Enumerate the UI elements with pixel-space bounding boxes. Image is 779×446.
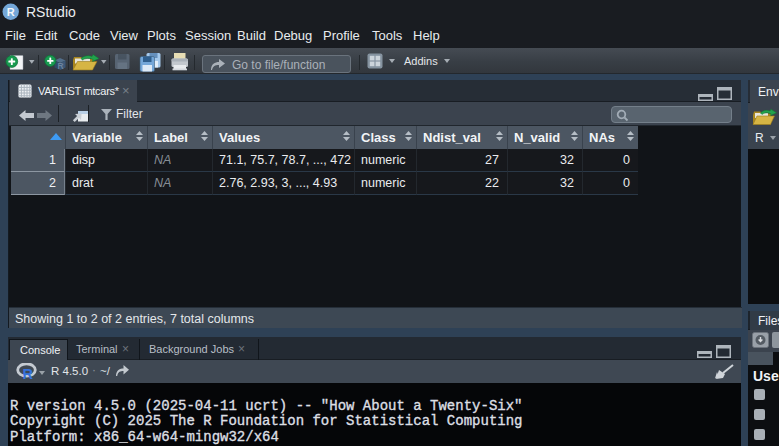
svg-text:R: R [23, 366, 34, 380]
svg-text:R: R [58, 61, 64, 71]
svg-text:R: R [7, 6, 15, 18]
